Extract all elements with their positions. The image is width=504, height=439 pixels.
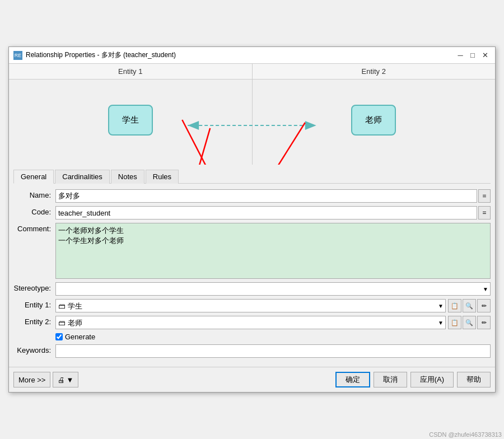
stereotype-label: Stereotype: — [13, 282, 55, 292]
code-row: Code: = — [13, 206, 491, 220]
entity1-box: 学生 — [108, 105, 153, 136]
entity2-select-wrapper: 🗃 老师 ▼ — [55, 316, 446, 329]
cancel-button[interactable]: 取消 — [374, 372, 407, 387]
entity1-btn2[interactable]: 🔍 — [463, 299, 476, 312]
minimize-button[interactable]: ─ — [455, 50, 466, 61]
entity1-row: Entity 1: 🗃 学生 ▼ 📋 🔍 ✏ — [13, 299, 491, 312]
tab-general[interactable]: General — [13, 170, 54, 184]
title-controls: ─ □ ✕ — [455, 50, 491, 61]
code-label: Code: — [13, 206, 55, 216]
entity1-name: 学生 — [122, 115, 139, 125]
entity2-btn1[interactable]: 📋 — [448, 316, 461, 329]
keywords-row: Keywords: — [13, 344, 491, 358]
name-input[interactable] — [55, 189, 477, 203]
entity1-header: Entity 1 — [9, 64, 252, 80]
entity2-buttons: 📋 🔍 ✏ — [448, 316, 491, 329]
more-button[interactable]: More >> — [13, 372, 50, 387]
form-section: Name: = Code: = Comment: 一个老师对多个学生 一个学生对… — [9, 184, 495, 367]
entity2-btn2[interactable]: 🔍 — [463, 316, 476, 329]
entity2-select[interactable]: 🗃 老师 — [55, 316, 446, 329]
title-bar-left: RE Relationship Properties - 多对多 (teache… — [13, 50, 176, 60]
stereotype-select[interactable] — [55, 282, 491, 296]
comment-label: Comment: — [13, 223, 55, 233]
confirm-button[interactable]: 确定 — [335, 372, 370, 387]
print-button[interactable]: 🖨 ▼ — [53, 372, 78, 387]
window-title: Relationship Properties - 多对多 (teacher_s… — [26, 50, 176, 60]
entity2-header: Entity 2 — [253, 64, 496, 80]
entity1-btn3[interactable]: ✏ — [477, 299, 491, 312]
tab-notes[interactable]: Notes — [111, 170, 144, 184]
entity1-select-wrapper: 🗃 学生 ▼ — [55, 299, 446, 312]
entity2-box: 老师 — [351, 105, 396, 136]
diagram-area: Entity 1 学生 Entity 2 老师 — [9, 64, 495, 165]
name-extra-btn[interactable]: = — [478, 189, 491, 203]
entity1-column: Entity 1 学生 — [9, 64, 253, 165]
generate-label: Generate — [65, 333, 95, 341]
print-icon: 🖨 — [58, 376, 65, 384]
close-button[interactable]: ✕ — [479, 50, 491, 61]
tabs-section: General Cardinalities Notes Rules — [9, 165, 495, 184]
entity2-column: Entity 2 老师 — [253, 64, 496, 165]
name-label: Name: — [13, 189, 55, 199]
comment-textarea[interactable]: 一个老师对多个学生 一个学生对多个老师 — [55, 223, 491, 279]
main-window: RE Relationship Properties - 多对多 (teache… — [8, 46, 496, 393]
tabs: General Cardinalities Notes Rules — [13, 169, 491, 184]
tab-rules[interactable]: Rules — [146, 170, 179, 184]
entity2-btn3[interactable]: ✏ — [477, 316, 491, 329]
maximize-button[interactable]: □ — [467, 50, 478, 61]
entity2-row-label: Entity 2: — [13, 316, 55, 326]
comment-row: Comment: 一个老师对多个学生 一个学生对多个老师 — [13, 223, 491, 279]
stereotype-row: Stereotype: ▼ — [13, 282, 491, 296]
entity2-row: Entity 2: 🗃 老师 ▼ 📋 🔍 ✏ — [13, 316, 491, 329]
entity1-buttons: 📋 🔍 ✏ — [448, 299, 491, 312]
help-button[interactable]: 帮助 — [457, 372, 491, 387]
title-bar: RE Relationship Properties - 多对多 (teache… — [9, 47, 495, 64]
bottom-left: More >> 🖨 ▼ — [13, 372, 78, 387]
keywords-label: Keywords: — [13, 344, 55, 354]
generate-checkbox[interactable] — [55, 333, 63, 340]
window-icon: RE — [13, 51, 22, 60]
entity1-select[interactable]: 🗃 学生 — [55, 299, 446, 312]
entity2-name: 老师 — [365, 115, 382, 125]
diagram-wrapper: Entity 1 学生 Entity 2 老师 — [9, 64, 495, 165]
apply-button[interactable]: 应用(A) — [410, 372, 454, 387]
watermark: CSDN @zhufei463738313 — [429, 431, 502, 438]
name-row: Name: = — [13, 189, 491, 203]
code-input[interactable] — [55, 206, 477, 220]
bottom-bar: More >> 🖨 ▼ 确定 取消 应用(A) 帮助 — [9, 367, 495, 392]
entity1-row-label: Entity 1: — [13, 299, 55, 309]
keywords-input[interactable] — [55, 344, 491, 358]
tab-cardinalities[interactable]: Cardinalities — [55, 170, 110, 184]
entity1-btn1[interactable]: 📋 — [448, 299, 461, 312]
bottom-right: 确定 取消 应用(A) 帮助 — [335, 372, 491, 387]
print-dropdown-icon: ▼ — [66, 376, 73, 384]
code-extra-btn[interactable]: = — [478, 206, 491, 220]
stereotype-select-wrapper: ▼ — [55, 282, 491, 296]
generate-row: Generate — [55, 333, 491, 341]
